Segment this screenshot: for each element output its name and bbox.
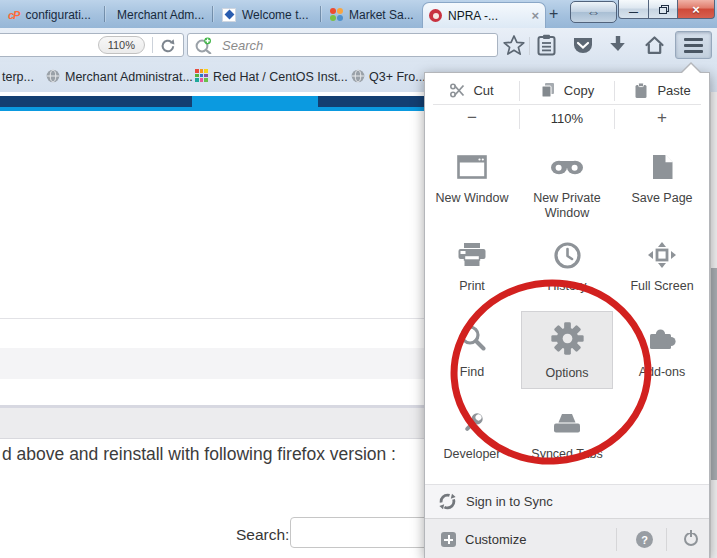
tab-width-button[interactable]: ⇔ <box>570 1 617 23</box>
zoom-level[interactable]: 110% <box>520 105 614 131</box>
bookmark-star-icon[interactable] <box>503 35 525 55</box>
menu-copy-label: Copy <box>564 83 594 98</box>
tab-bar: cP configurati... Merchant Adm... Welcom… <box>0 0 717 28</box>
menu-new-window[interactable]: New Window <box>426 145 518 206</box>
tab-market[interactable]: Market Sa... <box>322 3 420 26</box>
page-search-input[interactable] <box>290 517 446 548</box>
scrollbar-track[interactable] <box>710 92 717 558</box>
menu-print[interactable]: Print <box>426 233 518 294</box>
menu-item-label: Find <box>426 365 518 380</box>
page-icon <box>616 145 708 189</box>
page-search-label: Search: <box>236 526 289 544</box>
tab-label: configurati... <box>25 8 90 22</box>
customize-icon <box>441 532 456 547</box>
tab-label: Merchant Adm... <box>117 8 204 22</box>
menu-item-label: History <box>521 279 613 294</box>
address-bar[interactable]: 110% <box>0 33 184 57</box>
panel-arrow-icon <box>681 64 701 74</box>
mask-icon <box>521 145 613 189</box>
home-icon[interactable] <box>644 35 665 55</box>
bookmark-item[interactable]: Red Hat / CentOS Inst... <box>213 70 348 84</box>
new-tab-button[interactable]: + <box>549 6 558 22</box>
tab-close-icon[interactable]: × <box>531 9 539 22</box>
menu-find[interactable]: Find <box>426 311 518 389</box>
customize-label[interactable]: Customize <box>465 532 526 547</box>
menu-item-label: New Window <box>426 191 518 206</box>
menu-new-private-window[interactable]: New Private Window <box>521 145 613 221</box>
npra-favicon-icon <box>429 9 442 22</box>
tab-label: Welcome t... <box>242 8 308 22</box>
fullscreen-icon <box>616 233 708 277</box>
bookmark-item[interactable]: Q3+ Fro... <box>369 70 426 84</box>
zoom-in-button[interactable]: + <box>615 105 709 131</box>
menu-item-label: Synced Tabs <box>521 447 613 462</box>
bookmarks-menu-icon[interactable] <box>537 34 556 56</box>
menu-cut[interactable]: Cut <box>425 77 519 103</box>
tab-separator <box>104 6 105 22</box>
tab-npra-active[interactable]: NPRA -... × <box>422 2 546 28</box>
menu-paste[interactable]: Paste <box>615 77 709 103</box>
sync-icon <box>439 493 456 510</box>
menu-history[interactable]: History <box>521 233 613 294</box>
tiles-favicon-icon <box>195 69 208 82</box>
wrench-icon <box>426 401 518 445</box>
cpanel-icon: cP <box>8 9 19 21</box>
divider <box>616 528 617 551</box>
menu-developer[interactable]: Developer <box>426 401 518 462</box>
diamond-favicon-icon <box>222 8 236 22</box>
maximize-button[interactable] <box>648 0 678 19</box>
menu-options[interactable]: Options <box>521 311 613 389</box>
search-bar[interactable] <box>187 33 498 57</box>
question-mark-icon: ? <box>641 534 648 546</box>
close-window-button[interactable]: × <box>677 0 715 19</box>
pocket-icon[interactable] <box>572 37 594 55</box>
menu-paste-label: Paste <box>657 83 690 98</box>
browser-window: cP configurati... Merchant Adm... Welcom… <box>0 0 717 558</box>
search-input[interactable] <box>220 37 491 54</box>
zoom-level-badge[interactable]: 110% <box>98 36 145 54</box>
clipboard-icon <box>633 82 649 99</box>
menu-copy[interactable]: Copy <box>520 77 614 103</box>
bookmark-item[interactable]: Merchant Administrat... <box>65 70 193 84</box>
synced-tabs-icon <box>521 401 613 445</box>
double-arrow-icon: ⇔ <box>587 4 601 20</box>
menu-full-screen[interactable]: Full Screen <box>616 233 708 294</box>
download-icon[interactable] <box>609 36 627 52</box>
bookmark-item[interactable]: terp... <box>2 70 34 84</box>
tab-welcome[interactable]: Welcome t... <box>214 3 320 26</box>
menu-item-label: Save Page <box>616 191 708 206</box>
menu-save-page[interactable]: Save Page <box>616 145 708 206</box>
tab-configuration[interactable]: cP configurati... <box>0 3 104 26</box>
zoom-out-button[interactable]: − <box>425 105 519 131</box>
magnifier-icon <box>426 311 518 363</box>
tab-label: Market Sa... <box>349 8 414 22</box>
scrollbar-thumb[interactable] <box>711 268 717 480</box>
joomla-favicon-icon <box>330 8 343 21</box>
firefox-menu-panel: Cut Copy Paste − 110% + <box>424 72 710 558</box>
minimize-button[interactable]: — <box>618 0 649 19</box>
menu-cut-label: Cut <box>473 83 493 98</box>
close-icon: × <box>692 2 700 17</box>
menu-add-ons[interactable]: Add-ons <box>616 311 708 389</box>
quit-power-button[interactable] <box>684 532 698 546</box>
copy-icon <box>540 82 556 98</box>
menu-item-label: Full Screen <box>616 279 708 294</box>
menu-item-label: Add-ons <box>616 365 708 380</box>
sign-in-to-sync[interactable]: Sign in to Sync <box>425 484 709 518</box>
tab-separator <box>212 6 213 22</box>
search-engine-icon[interactable] <box>194 37 214 54</box>
reload-icon[interactable] <box>160 38 176 53</box>
tab-merchant-admin[interactable]: Merchant Adm... <box>106 3 212 26</box>
divider <box>529 37 530 55</box>
restore-icon <box>659 5 668 13</box>
panel-footer: Customize ? <box>425 518 709 558</box>
help-button[interactable]: ? <box>636 531 653 548</box>
menu-synced-tabs[interactable]: Synced Tabs <box>521 401 613 462</box>
minus-icon: − <box>467 108 477 128</box>
menu-item-label: Developer <box>426 447 518 462</box>
menu-hamburger-button[interactable] <box>675 31 712 59</box>
new-window-icon <box>426 145 518 189</box>
menu-item-label: Options <box>522 366 612 381</box>
menu-item-label: Print <box>426 279 518 294</box>
page-truncated-text: d above and reinstall with following fir… <box>2 444 396 465</box>
